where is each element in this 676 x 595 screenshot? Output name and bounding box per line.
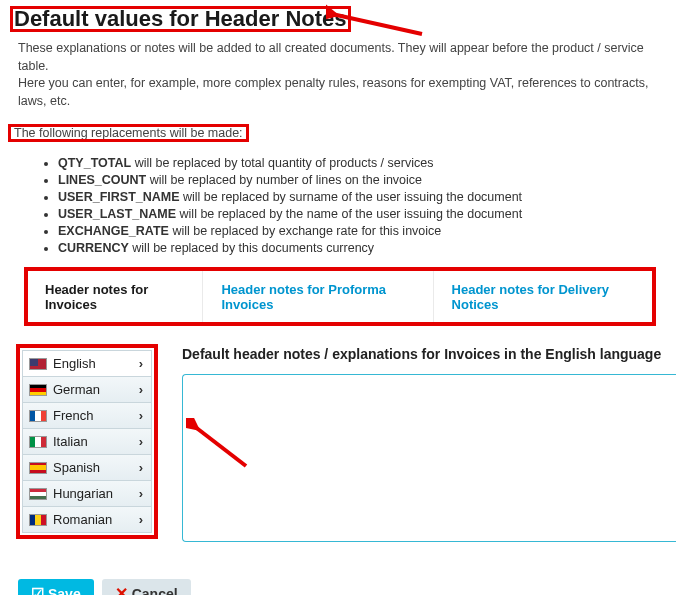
page-title: Default values for Header Notes xyxy=(10,6,351,32)
content-heading: Default header notes / explanations for … xyxy=(182,346,676,362)
language-item-fr[interactable]: French› xyxy=(22,403,152,429)
flag-icon-en xyxy=(29,358,47,370)
replacement-desc: will be replaced by surname of the user … xyxy=(180,190,523,204)
save-button-label: Save xyxy=(48,586,81,595)
replacement-item: QTY_TOTAL will be replaced by total quan… xyxy=(58,156,676,170)
flag-icon-hu xyxy=(29,488,47,500)
replacement-desc: will be replaced by the name of the user… xyxy=(176,207,522,221)
chevron-right-icon: › xyxy=(139,382,143,397)
language-list-wrap: English›German›French›Italian›Spanish›Hu… xyxy=(16,344,158,539)
replacement-token: QTY_TOTAL xyxy=(58,156,131,170)
action-buttons: ☑ Save ✕ Cancel xyxy=(18,579,676,595)
page-title-wrap: Default values for Header Notes xyxy=(10,6,351,32)
replacement-token: USER_FIRST_NAME xyxy=(58,190,180,204)
replacement-item: CURRENCY will be replaced by this docume… xyxy=(58,241,676,255)
tab-header-notes-for-invoices[interactable]: Header notes for Invoices xyxy=(27,270,203,324)
language-label: Italian xyxy=(53,434,88,449)
chevron-right-icon: › xyxy=(139,434,143,449)
save-button[interactable]: ☑ Save xyxy=(18,579,94,595)
check-icon: ☑ xyxy=(31,587,44,595)
replacement-item: LINES_COUNT will be replaced by number o… xyxy=(58,173,676,187)
tabs: Header notes for InvoicesHeader notes fo… xyxy=(26,269,654,324)
cancel-button[interactable]: ✕ Cancel xyxy=(102,579,191,595)
replacement-desc: will be replaced by this documents curre… xyxy=(129,241,374,255)
chevron-right-icon: › xyxy=(139,356,143,371)
replacement-item: USER_LAST_NAME will be replaced by the n… xyxy=(58,207,676,221)
replacement-token: LINES_COUNT xyxy=(58,173,146,187)
chevron-right-icon: › xyxy=(139,486,143,501)
replacements-heading-wrap: The following replacements will be made: xyxy=(8,124,249,142)
language-label: Hungarian xyxy=(53,486,113,501)
replacement-item: USER_FIRST_NAME will be replaced by surn… xyxy=(58,190,676,204)
language-label: Romanian xyxy=(53,512,112,527)
language-item-ro[interactable]: Romanian› xyxy=(22,507,152,533)
flag-icon-fr xyxy=(29,410,47,422)
header-notes-textarea[interactable] xyxy=(182,374,676,542)
language-item-de[interactable]: German› xyxy=(22,377,152,403)
language-list: English›German›French›Italian›Spanish›Hu… xyxy=(22,350,152,533)
language-label: English xyxy=(53,356,96,371)
language-label: German xyxy=(53,382,100,397)
tab-header-notes-for-delivery-notices[interactable]: Header notes for Delivery Notices xyxy=(434,270,653,324)
language-item-es[interactable]: Spanish› xyxy=(22,455,152,481)
language-label: Spanish xyxy=(53,460,100,475)
language-label: French xyxy=(53,408,93,423)
replacement-desc: will be replaced by exchange rate for th… xyxy=(169,224,441,238)
flag-icon-es xyxy=(29,462,47,474)
chevron-right-icon: › xyxy=(139,512,143,527)
replacement-token: CURRENCY xyxy=(58,241,129,255)
chevron-right-icon: › xyxy=(139,408,143,423)
replacements-heading: The following replacements will be made: xyxy=(8,124,249,142)
language-item-it[interactable]: Italian› xyxy=(22,429,152,455)
intro-line-2: Here you can enter, for example, more co… xyxy=(0,75,676,110)
replacement-token: USER_LAST_NAME xyxy=(58,207,176,221)
language-item-en[interactable]: English› xyxy=(22,351,152,377)
replacement-desc: will be replaced by total quantity of pr… xyxy=(131,156,433,170)
replacement-item: EXCHANGE_RATE will be replaced by exchan… xyxy=(58,224,676,238)
close-icon: ✕ xyxy=(115,587,128,595)
intro-line-1: These explanations or notes will be adde… xyxy=(0,40,676,75)
flag-icon-it xyxy=(29,436,47,448)
language-item-hu[interactable]: Hungarian› xyxy=(22,481,152,507)
flag-icon-ro xyxy=(29,514,47,526)
replacement-token: EXCHANGE_RATE xyxy=(58,224,169,238)
replacements-list: QTY_TOTAL will be replaced by total quan… xyxy=(58,156,676,255)
tab-header-notes-for-proforma-invoices[interactable]: Header notes for Proforma Invoices xyxy=(203,270,433,324)
chevron-right-icon: › xyxy=(139,460,143,475)
flag-icon-de xyxy=(29,384,47,396)
replacement-desc: will be replaced by number of lines on t… xyxy=(146,173,422,187)
cancel-button-label: Cancel xyxy=(132,586,178,595)
tabs-container: Header notes for InvoicesHeader notes fo… xyxy=(26,269,654,324)
